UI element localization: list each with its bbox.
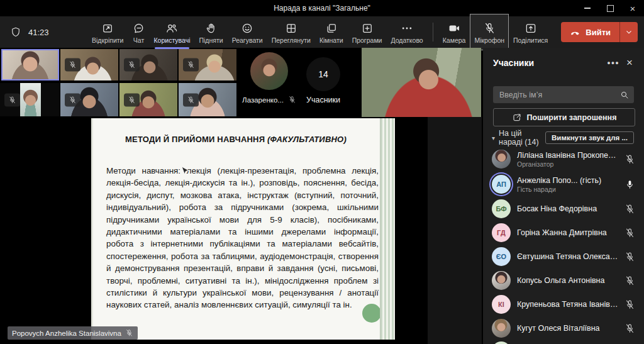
hangup-phone-icon: [570, 27, 580, 38]
avatar-initials: АП: [492, 175, 511, 194]
minimize-button[interactable]: [576, 0, 599, 16]
share-invite-button[interactable]: Поширити запрошення: [493, 108, 635, 126]
toolbar-item-unpin[interactable]: Відкріпити: [87, 14, 128, 50]
avatar-photo: [492, 271, 511, 290]
maximize-icon: [607, 5, 614, 12]
participant-row[interactable]: Копусь Ольга Антонівна: [483, 269, 644, 292]
meeting-info: 41:23: [10, 26, 49, 38]
mic-muted-icon: [65, 93, 80, 106]
toolbar-item-chat[interactable]: Чат: [128, 14, 150, 50]
meeting-toolbar: 41:23 Відкріпити Чат Користувачі Підняти…: [0, 16, 644, 48]
presenter-name-label: Popovych Anzhelika Stanislavivna: [8, 326, 138, 340]
mouse-cursor-icon: [181, 166, 189, 178]
participant-name: Горіна Жанна Дмитрівна: [517, 228, 618, 237]
panel-close-button[interactable]: ×: [621, 57, 638, 69]
participant-row[interactable]: Ліліана Іванівна Прокопенко Організатор: [483, 147, 644, 172]
mic-muted-icon: [483, 22, 496, 35]
share-screen-icon: [525, 22, 537, 35]
in-meeting-section: ▾ На цій нараді (14) Вимкнути звук для .…: [492, 130, 634, 145]
stage-background: [428, 117, 482, 344]
toolbar-item-view[interactable]: Переглянути: [267, 14, 315, 50]
video-tile-active-speaker[interactable]: [1, 49, 59, 80]
section-label: На цій нараді (14): [499, 129, 545, 147]
close-button[interactable]: ×: [621, 0, 644, 16]
mic-muted-icon: [183, 58, 199, 72]
participant-name: Крупеньова Тетяна Іванівна: [517, 300, 618, 309]
participant-name: Євтушина Тетяна Олександрівна: [517, 252, 618, 261]
participant-row[interactable]: ЄО Євтушина Тетяна Олександрівна: [483, 245, 644, 269]
meeting-timer: 41:23: [28, 28, 49, 37]
portrait-video: [20, 83, 41, 116]
window-controls: ×: [576, 0, 644, 16]
react-smiley-icon: [241, 22, 253, 35]
floating-participant-avatar[interactable]: [250, 52, 288, 90]
participant-name: Копусь Ольга Антонівна: [517, 276, 618, 285]
search-icon[interactable]: [615, 90, 634, 100]
avatar-initials: ГД: [492, 223, 511, 242]
video-tile[interactable]: [179, 49, 236, 80]
mic-muted-icon: [625, 275, 635, 286]
toolbar-item-apps[interactable]: Програми: [348, 14, 387, 50]
panel-more-button[interactable]: ●●●: [605, 60, 621, 66]
presenter-video[interactable]: [362, 48, 481, 117]
mic-muted-icon: [625, 252, 635, 262]
raise-hand-icon: [205, 22, 218, 35]
window-title: Нарада в каналі "Загальне": [0, 4, 644, 13]
participant-avatar-partial: [492, 341, 511, 344]
participant-name: Босак Ніна Федорівна: [517, 204, 618, 213]
avatar-photo: [492, 150, 511, 169]
mic-muted-icon: [4, 93, 20, 106]
toolbar-item-raise-hand[interactable]: Підняти: [194, 14, 227, 50]
toolbar-item-camera[interactable]: Камера: [438, 14, 470, 50]
chevron-down-icon: [625, 28, 633, 36]
participant-list: Ліліана Іванівна Прокопенко Організатор …: [483, 147, 644, 340]
participant-row[interactable]: АП Анжеліка Попо... (гість) Гість наради: [483, 172, 644, 197]
unpin-icon: [101, 22, 114, 35]
maximize-button[interactable]: [599, 0, 621, 16]
chat-icon: [133, 22, 145, 35]
collapse-caret-icon[interactable]: ▾: [492, 135, 495, 141]
view-grid-icon: [285, 22, 297, 35]
video-tile[interactable]: [119, 49, 177, 80]
slide-heading-note: (ФАКУЛЬТАТИВНО): [267, 135, 347, 144]
toolbar-item-more[interactable]: Додатково: [386, 14, 427, 50]
toolbar-item-react[interactable]: Реагувати: [228, 14, 267, 50]
video-tile[interactable]: [60, 83, 118, 116]
participant-name: Кугут Олеся Віталіївна: [517, 324, 618, 333]
toolbar-item-people[interactable]: Користувачі: [150, 14, 195, 50]
toolbar-item-rooms[interactable]: Кімнати: [315, 14, 348, 50]
minimize-icon: [584, 8, 591, 9]
participant-search: [493, 86, 634, 103]
slide-body-text: Методи навчання: лекція (лекція-презента…: [106, 165, 379, 311]
mic-muted-icon: [625, 323, 635, 334]
video-tile[interactable]: [60, 49, 118, 80]
video-tile[interactable]: [179, 83, 236, 116]
toolbar-item-microphone[interactable]: Мікрофон: [470, 14, 509, 50]
mic-muted-icon: [625, 228, 635, 238]
mic-muted-icon: [625, 299, 635, 310]
slide-green-dot: [362, 304, 381, 323]
participant-search-input[interactable]: [493, 91, 615, 99]
video-tile[interactable]: [119, 83, 177, 116]
participant-row[interactable]: БФ Босак Ніна Федорівна: [483, 197, 644, 221]
participant-row[interactable]: Кугут Олеся Віталіївна: [483, 316, 644, 340]
toolbar-item-share[interactable]: Поділитися: [509, 14, 552, 50]
participant-row[interactable]: КІ Крупеньова Тетяна Іванівна: [483, 292, 644, 316]
video-tile[interactable]: [0, 83, 59, 116]
participant-role: Гість наради: [517, 186, 618, 193]
mic-muted-icon: [625, 154, 635, 165]
mic-on-icon: [625, 179, 635, 190]
participants-count-bubble[interactable]: 14: [306, 57, 340, 91]
participants-bubble-label: Учасники: [291, 96, 356, 104]
leave-button[interactable]: Вийти: [561, 22, 619, 42]
shared-document-slide: МЕТОДИ Й ПРИЙОМИ НАВЧАННЯ (ФАКУЛЬТАТИВНО…: [91, 118, 395, 340]
avatar-initials: БФ: [492, 199, 511, 218]
leave-options-button[interactable]: [619, 22, 638, 42]
toolbar-divider: [433, 23, 433, 42]
mute-all-button[interactable]: Вимкнути звук для ...: [545, 131, 634, 144]
participant-role: Організатор: [517, 160, 618, 168]
mic-muted-icon: [65, 58, 80, 72]
participant-row[interactable]: ГД Горіна Жанна Дмитрівна: [483, 221, 644, 245]
mic-muted-icon: [125, 329, 133, 337]
participant-name: Анжеліка Попо... (гість): [517, 176, 618, 185]
